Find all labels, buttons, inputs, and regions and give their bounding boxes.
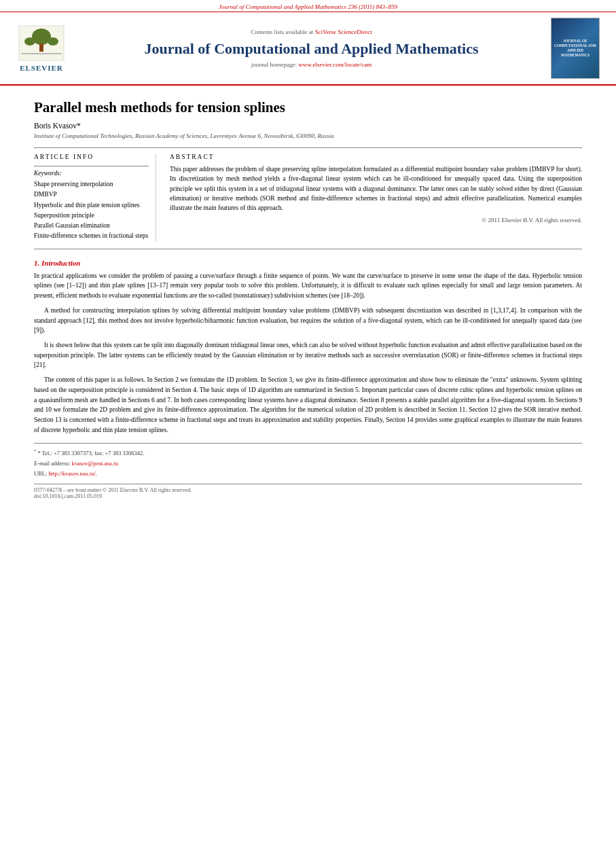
article-info-label: ARTICLE INFO [34,154,149,160]
intro-para-3: It is shown below that this system can b… [34,340,582,370]
article-info-abstract: ARTICLE INFO Keywords: Shape preserving … [34,154,582,242]
paper-affiliation: Institute of Computational Technologies,… [34,132,582,139]
journal-header: ELSEVIER Contents lists available at Sci… [0,12,616,86]
cover-title-text: JOURNAL OF COMPUTATIONAL AND APPLIED MAT… [554,39,596,58]
doi-text: doi:10.1016/j.cam.2011.05.019 [34,493,582,499]
email-link[interactable]: kvasov@post.asu.ru [71,460,118,467]
keyword-5: Parallel Gaussian elimination [34,221,149,230]
abstract-label: ABSTRACT [170,154,582,160]
svg-rect-2 [39,43,43,52]
keyword-6: Finite-difference schemes in fractional … [34,231,149,240]
article-info-panel: ARTICLE INFO Keywords: Shape preserving … [34,154,156,242]
abstract-panel: ABSTRACT This paper addresses the proble… [170,154,582,242]
svg-point-4 [48,37,58,46]
keyword-3: Hyperbolic and thin plate tension spline… [34,200,149,210]
journal-cover-image: JOURNAL OF COMPUTATIONAL AND APPLIED MAT… [551,18,600,79]
footnote-tel: * * Tel.: +7 383 3307373; fax: +7 383 33… [34,448,582,458]
journal-top-bar: Journal of Computational and Applied Mat… [0,0,616,12]
elsevier-logo-icon [18,24,65,62]
sciverse-anchor[interactable]: SciVerse ScienceDirect [315,29,372,35]
url-link[interactable]: http://kvasov.nsu.ru/. [49,470,97,477]
homepage-link[interactable]: www.elsevier.com/locate/cam [298,61,372,68]
svg-rect-5 [21,53,62,54]
keyword-2: DMBVP [34,190,149,199]
keyword-1: Shape preserving interpolation [34,179,149,189]
elsevier-label: ELSEVIER [20,64,63,72]
intro-para-2: A method for constructing interpolation … [34,306,582,336]
intro-para-1: In practical applications we consider th… [34,271,582,301]
svg-point-3 [24,37,35,46]
journal-homepage: journal homepage: www.elsevier.com/locat… [251,61,372,68]
keywords-list: Shape preserving interpolation DMBVP Hyp… [34,179,149,241]
journal-ref-text: Journal of Computational and Applied Mat… [219,3,397,10]
footnote-url: URL: http://kvasov.nsu.ru/. [34,469,582,478]
paper-content: Parallel mesh methods for tension spline… [0,86,616,513]
paper-title: Parallel mesh methods for tension spline… [34,99,582,116]
intro-para-4: The content of this paper is as follows.… [34,375,582,435]
abstract-copyright: © 2011 Elsevier B.V. All rights reserved… [170,217,582,223]
journal-cover-area: JOURNAL OF COMPUTATIONAL AND APPLIED MAT… [551,18,605,79]
abstract-text: This paper addresses the problem of shap… [170,164,582,213]
journal-main-title: Journal of Computational and Applied Mat… [145,39,479,58]
bottom-bar: 0377-0427/$ – see front matter © 2011 El… [34,484,582,499]
journal-title-area: Contents lists available at SciVerse Sci… [79,18,544,79]
intro-heading: 1. Introduction [34,259,582,267]
footnote-area: * * Tel.: +7 383 3307373; fax: +7 383 33… [34,443,582,478]
sciverse-link: Contents lists available at SciVerse Sci… [251,29,372,35]
paper-author: Boris Kvasov* [34,122,582,130]
keyword-4: Superposition principle [34,211,149,220]
publisher-logo-area: ELSEVIER [11,18,72,79]
divider-2 [34,249,582,249]
footnote-email: E-mail address: kvasov@post.asu.ru [34,459,582,468]
divider-keywords [34,166,149,166]
issn-text: 0377-0427/$ – see front matter © 2011 El… [34,487,582,493]
keywords-label: Keywords: [34,170,149,177]
divider-1 [34,147,582,148]
